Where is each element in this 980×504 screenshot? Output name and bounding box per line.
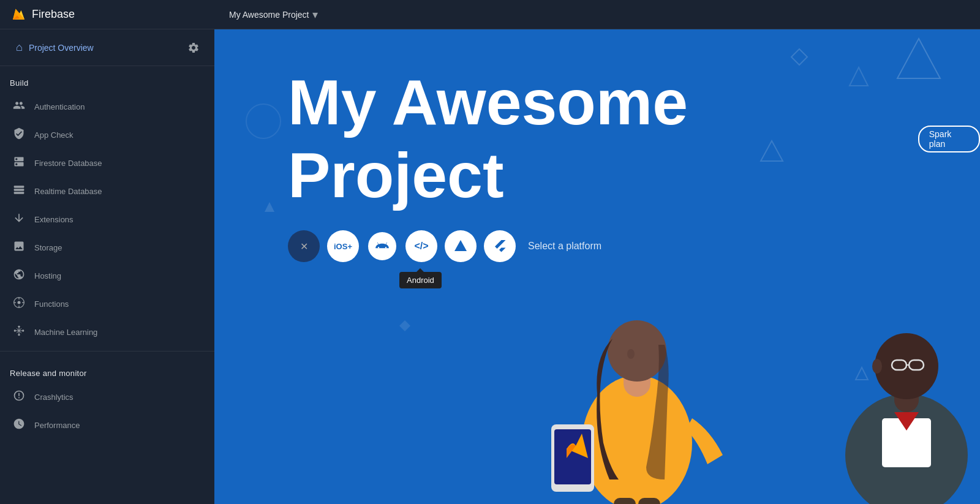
- sidebar-item-app-check[interactable]: App Check: [0, 121, 214, 149]
- spark-plan-badge[interactable]: Spark plan: [918, 126, 980, 152]
- build-section-title: Build: [0, 66, 214, 92]
- svg-point-6: [14, 329, 16, 331]
- authentication-icon: [12, 99, 26, 115]
- svg-point-21: [608, 320, 666, 382]
- extensions-label: Extensions: [34, 215, 74, 224]
- svg-point-5: [18, 325, 20, 327]
- project-overview-button[interactable]: ⌂ Project Overview: [10, 36, 183, 59]
- project-name-dropdown[interactable]: My Awesome Project ▾: [224, 6, 323, 24]
- firebase-logo: Firebase: [10, 6, 75, 23]
- svg-rect-1: [14, 189, 24, 190]
- storage-icon: [12, 240, 26, 255]
- svg-rect-26: [638, 498, 660, 504]
- settings-button[interactable]: [183, 37, 205, 59]
- top-bar: Firebase My Awesome Project ▾: [0, 0, 980, 29]
- hosting-label: Hosting: [34, 271, 61, 280]
- project-name-text: My Awesome Project: [229, 10, 309, 20]
- svg-point-7: [22, 329, 24, 331]
- sidebar-item-extensions[interactable]: Extensions: [0, 205, 214, 233]
- svg-rect-2: [14, 192, 24, 194]
- sidebar-item-hosting[interactable]: Hosting: [0, 261, 214, 290]
- main-content: My Awesome Project Spark plan ✕ iOS+: [214, 29, 980, 504]
- authentication-label: Authentication: [34, 102, 85, 111]
- app-check-icon: [12, 127, 26, 143]
- crashlytics-icon: [12, 389, 26, 405]
- machine-learning-icon: [12, 325, 26, 340]
- sidebar-item-storage[interactable]: Storage: [0, 233, 214, 261]
- gear-icon: [187, 42, 200, 54]
- sidebar: ⌂ Project Overview Build Authentication …: [0, 29, 214, 504]
- firestore-icon: [12, 156, 26, 171]
- svg-rect-0: [14, 186, 24, 187]
- hosting-icon: [12, 268, 26, 284]
- sidebar-header: ⌂ Project Overview: [0, 29, 214, 66]
- performance-icon: [12, 418, 26, 433]
- sidebar-item-firestore-database[interactable]: Firestore Database: [0, 149, 214, 177]
- sidebar-item-machine-learning[interactable]: Machine Learning: [0, 318, 214, 346]
- svg-rect-25: [614, 498, 636, 504]
- sidebar-item-crashlytics[interactable]: Crashlytics: [0, 383, 214, 411]
- svg-point-4: [18, 301, 21, 304]
- extensions-icon: [12, 212, 26, 227]
- top-bar-left: Firebase: [10, 6, 224, 23]
- firestore-label: Firestore Database: [34, 159, 102, 168]
- sidebar-item-functions[interactable]: Functions: [0, 290, 214, 318]
- firebase-logo-icon: [10, 6, 27, 23]
- functions-label: Functions: [34, 299, 69, 309]
- main-layout: ⌂ Project Overview Build Authentication …: [0, 29, 980, 504]
- project-overview-label: Project Overview: [29, 43, 94, 53]
- svg-point-9: [18, 329, 20, 331]
- realtime-database-icon: [12, 184, 26, 199]
- svg-point-34: [872, 359, 882, 374]
- svg-point-8: [18, 334, 20, 336]
- firebase-logo-text: Firebase: [32, 8, 75, 21]
- performance-label: Performance: [34, 421, 80, 430]
- app-check-label: App Check: [34, 130, 74, 140]
- sidebar-item-performance[interactable]: Performance: [0, 411, 214, 439]
- release-section-title: Release and monitor: [0, 356, 214, 383]
- sidebar-item-realtime-database[interactable]: Realtime Database: [0, 177, 214, 205]
- home-icon: ⌂: [16, 41, 23, 54]
- sidebar-divider: [0, 351, 214, 352]
- machine-learning-label: Machine Learning: [34, 328, 97, 337]
- storage-label: Storage: [34, 243, 62, 252]
- sidebar-item-authentication[interactable]: Authentication: [0, 92, 214, 121]
- project-dropdown-chevron: ▾: [312, 8, 318, 21]
- svg-point-22: [627, 349, 635, 359]
- hero-illustration: [214, 186, 980, 504]
- hero-illustration-svg: [429, 186, 980, 504]
- realtime-database-label: Realtime Database: [34, 187, 102, 196]
- crashlytics-label: Crashlytics: [34, 393, 74, 402]
- functions-icon: [12, 296, 26, 312]
